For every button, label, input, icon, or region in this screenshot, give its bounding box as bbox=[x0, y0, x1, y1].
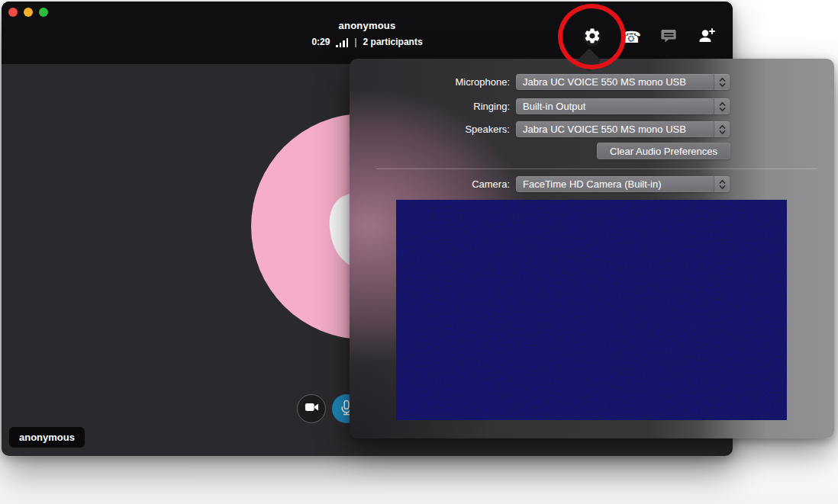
traffic-lights bbox=[8, 8, 48, 17]
speakers-select[interactable]: Jabra UC VOICE 550 MS mono USB bbox=[516, 121, 730, 137]
window-title-bar: anonymous 0:29 | 2 participants ☎ bbox=[2, 2, 733, 64]
microphone-label: Microphone: bbox=[350, 74, 510, 90]
select-stepper-icon bbox=[714, 74, 730, 90]
camera-preview bbox=[396, 200, 787, 420]
speakers-select-value: Jabra UC VOICE 550 MS mono USB bbox=[516, 124, 714, 135]
select-stepper-icon bbox=[714, 98, 730, 114]
video-camera-icon bbox=[305, 400, 319, 417]
camera-toggle-button[interactable] bbox=[297, 394, 326, 423]
zoom-window-button[interactable] bbox=[39, 8, 48, 17]
settings-button[interactable] bbox=[582, 27, 603, 48]
select-stepper-icon bbox=[714, 176, 730, 192]
microphone-select-value: Jabra UC VOICE 550 MS mono USB bbox=[516, 76, 714, 88]
phone-icon: ☎ bbox=[621, 30, 641, 46]
participants-count: 2 participants bbox=[363, 37, 423, 47]
clear-audio-preferences-button[interactable]: Clear Audio Preferences bbox=[597, 143, 730, 159]
section-divider bbox=[376, 169, 817, 169]
microphone-select[interactable]: Jabra UC VOICE 550 MS mono USB bbox=[516, 74, 730, 90]
ringing-select-value: Built-in Output bbox=[516, 101, 714, 112]
camera-select-value: FaceTime HD Camera (Built-in) bbox=[516, 178, 714, 190]
call-timer: 0:29 bbox=[311, 37, 330, 47]
minimize-window-button[interactable] bbox=[24, 8, 33, 17]
camera-select[interactable]: FaceTime HD Camera (Built-in) bbox=[516, 176, 730, 192]
hangup-button[interactable]: ☎ bbox=[620, 27, 642, 48]
ringing-select[interactable]: Built-in Output bbox=[516, 98, 730, 114]
ringing-label: Ringing: bbox=[350, 98, 510, 114]
self-name-badge: anonymous bbox=[9, 427, 85, 448]
status-divider: | bbox=[354, 37, 356, 47]
camera-label: Camera: bbox=[350, 176, 510, 192]
person-add-icon bbox=[698, 27, 716, 47]
desktop-background: anonymous 0:29 | 2 participants ☎ bbox=[0, 0, 838, 504]
signal-strength-icon bbox=[336, 37, 348, 47]
chat-icon bbox=[660, 27, 677, 47]
select-stepper-icon bbox=[714, 121, 730, 137]
close-window-button[interactable] bbox=[8, 8, 18, 17]
settings-gear-icon bbox=[583, 27, 601, 48]
chat-button[interactable] bbox=[658, 27, 679, 48]
add-participant-button[interactable] bbox=[696, 27, 717, 48]
settings-popover: Microphone: Jabra UC VOICE 550 MS mono U… bbox=[350, 59, 834, 438]
speakers-label: Speakers: bbox=[350, 121, 510, 137]
